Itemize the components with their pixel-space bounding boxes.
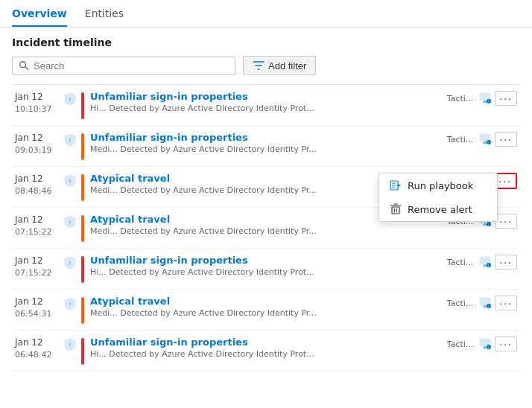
svg-text:!: !	[69, 97, 71, 102]
item-actions: Tacti... ! ···	[445, 132, 517, 147]
item-actions: Tacti... ! ···	[445, 255, 517, 270]
filter-icon	[253, 60, 265, 71]
item-title: Unfamiliar sign-in properties	[90, 255, 442, 266]
item-clock: 06:48:42	[15, 349, 63, 360]
svg-text:!: !	[69, 342, 71, 348]
remove-alert-label: Remove alert	[408, 204, 472, 215]
item-subtitle: Hi... Detected by Azure Active Directory…	[90, 349, 442, 359]
timeline-item: Jan 12 09:03:19 ! Unfamiliar sign-in pro…	[12, 126, 520, 167]
item-time: Jan 12 06:48:42	[15, 337, 63, 360]
item-details: Unfamiliar sign-in properties Medi... De…	[90, 132, 442, 154]
item-clock: 07:15:22	[15, 226, 63, 238]
more-options-button[interactable]: ···	[495, 91, 517, 106]
severity-bar	[81, 256, 84, 283]
shield-icon: !	[63, 215, 77, 229]
severity-bar	[81, 297, 84, 324]
shield-icon: !	[63, 256, 77, 270]
item-subtitle: Hi... Detected by Azure Active Directory…	[90, 267, 442, 277]
item-actions: Tacti... ! ···	[445, 337, 517, 351]
svg-text:!: !	[489, 223, 490, 227]
timeline-item: Jan 12 06:48:42 ! Unfamiliar sign-in pro…	[12, 331, 520, 372]
item-details: Atypical travel Medi... Detected by Azur…	[90, 296, 442, 318]
item-title: Unfamiliar sign-in properties	[90, 337, 442, 348]
item-clock: 07:15:22	[15, 267, 63, 278]
item-time: Jan 12 08:48:46	[15, 173, 63, 197]
tactic-badge: Tacti...	[445, 339, 476, 350]
timeline-item: Jan 12 10:10:37 ! Unfamiliar sign-in pro…	[12, 85, 520, 126]
timeline-item: Jan 12 06:54:31 ! Atypical travel Medi..…	[12, 290, 520, 331]
svg-line-1	[25, 67, 28, 70]
item-details: Unfamiliar sign-in properties Hi... Dete…	[90, 255, 442, 277]
item-clock: 09:03:19	[15, 144, 63, 156]
section-title: Incident timeline	[12, 36, 520, 48]
svg-text:!: !	[489, 141, 490, 145]
remove-alert-menu-item[interactable]: Remove alert	[379, 197, 497, 221]
add-filter-label: Add filter	[268, 60, 306, 71]
delete-icon	[390, 203, 402, 215]
monitor-icon: !	[478, 133, 492, 146]
tab-overview[interactable]: Overview	[12, 0, 67, 27]
more-options-button[interactable]: ···	[495, 296, 517, 310]
item-date: Jan 12	[15, 337, 63, 349]
item-date: Jan 12	[15, 173, 63, 185]
item-details: Unfamiliar sign-in properties Hi... Dete…	[90, 337, 442, 359]
item-subtitle: Medi... Detected by Azure Active Directo…	[90, 308, 442, 318]
item-date: Jan 12	[15, 255, 63, 267]
timeline-item: Jan 12 08:48:46 ! Atypical travel Medi..…	[12, 167, 520, 208]
item-clock: 10:10:37	[15, 103, 63, 115]
more-options-button[interactable]: ···	[495, 214, 517, 229]
tactic-badge: Tacti...	[445, 298, 476, 309]
item-date: Jan 12	[15, 91, 63, 103]
item-date: Jan 12	[15, 296, 63, 308]
tactic-badge: Tacti...	[445, 93, 476, 104]
shield-icon: !	[63, 297, 77, 310]
run-playbook-label: Run playbook	[408, 180, 473, 191]
tactic-badge: Tacti...	[445, 134, 476, 145]
item-date: Jan 12	[15, 132, 63, 144]
svg-text:!: !	[489, 101, 490, 104]
item-title: Atypical travel	[90, 296, 442, 307]
more-options-button[interactable]: ···	[495, 255, 517, 270]
run-playbook-menu-item[interactable]: Run playbook	[379, 173, 497, 197]
shield-icon: !	[63, 174, 77, 188]
context-menu: Run playbook Remove alert	[379, 173, 498, 222]
severity-bar	[81, 215, 84, 242]
monitor-icon: !	[478, 296, 492, 310]
shield-icon: !	[63, 338, 77, 351]
item-title: Unfamiliar sign-in properties	[90, 91, 442, 102]
item-time: Jan 12 06:54:31	[15, 296, 63, 319]
item-time: Jan 12 09:03:19	[15, 132, 63, 156]
search-icon	[19, 60, 29, 71]
tab-bar: Overview Entities	[0, 0, 532, 28]
svg-text:!: !	[489, 264, 490, 268]
tab-entities[interactable]: Entities	[85, 0, 124, 27]
svg-text:!: !	[69, 302, 71, 307]
svg-text:!: !	[489, 305, 490, 309]
timeline-list: Jan 12 10:10:37 ! Unfamiliar sign-in pro…	[12, 84, 520, 372]
svg-text:!: !	[489, 346, 490, 350]
svg-rect-24	[392, 207, 399, 214]
monitor-icon: !	[478, 255, 492, 269]
more-options-button[interactable]: ···	[495, 337, 517, 351]
more-options-button[interactable]: ···	[495, 132, 517, 147]
item-time: Jan 12 07:15:22	[15, 214, 63, 238]
svg-text:!: !	[69, 261, 71, 266]
playbook-icon	[390, 179, 402, 191]
search-box[interactable]	[12, 57, 235, 75]
monitor-icon: !	[478, 92, 492, 105]
monitor-icon: !	[478, 337, 492, 351]
item-time: Jan 12 07:15:22	[15, 255, 63, 278]
svg-text:!: !	[69, 220, 71, 225]
shield-icon: !	[63, 133, 77, 147]
item-actions: Tacti... ! ···	[445, 91, 517, 106]
search-input[interactable]	[34, 60, 229, 71]
severity-bar	[81, 338, 84, 365]
item-clock: 08:48:46	[15, 185, 63, 197]
item-details: Unfamiliar sign-in properties Hi... Dete…	[90, 91, 442, 113]
timeline-item: Jan 12 07:15:22 ! Unfamiliar sign-in pro…	[12, 249, 520, 290]
tactic-badge: Tacti...	[445, 257, 476, 268]
item-subtitle: Hi... Detected by Azure Active Directory…	[90, 103, 442, 113]
severity-bar	[81, 133, 84, 160]
add-filter-button[interactable]: Add filter	[243, 56, 316, 75]
severity-bar	[81, 92, 84, 119]
